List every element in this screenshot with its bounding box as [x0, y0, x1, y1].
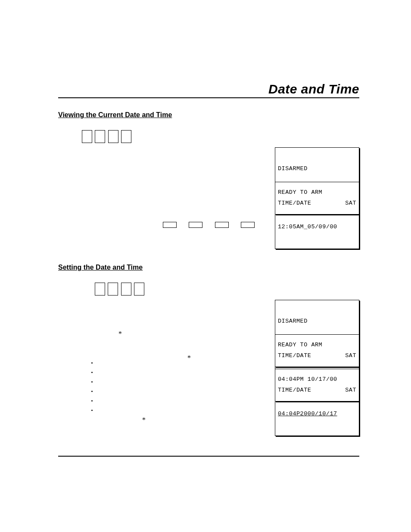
- bullet-item: [97, 358, 98, 367]
- bullet-item: [97, 395, 98, 405]
- row-code-entry-1: DISARMED READY TO ARM: [58, 130, 359, 160]
- row-code-entry-2: DISARMED READY TO ARM: [58, 283, 359, 313]
- page-title: Date and Time: [268, 82, 359, 96]
- lcd-day: SAT: [345, 386, 356, 394]
- section-heading-setting: Setting the Date and Time: [58, 264, 359, 271]
- code-digit-box: [134, 283, 144, 296]
- asterisk-marker: *: [142, 416, 146, 424]
- lcd-line: 04:04P2000/10/17: [278, 410, 356, 418]
- key-box: [215, 222, 229, 228]
- bullet-list: [88, 358, 98, 414]
- lcd-line: TIME/DATE SAT: [278, 386, 356, 394]
- lcd-label: TIME/DATE: [278, 386, 311, 394]
- row-timeview: TIME/DATE SAT 12:05AM_05/09/00: [58, 160, 359, 208]
- bullet-item: [97, 405, 98, 414]
- code-digit-box: [108, 283, 118, 296]
- code-entry-boxes-1: [82, 130, 359, 143]
- document-page: Date and Time Viewing the Current Date a…: [0, 0, 411, 532]
- bullet-item: [97, 386, 98, 395]
- row-timeset-1: * TIME/DATE SAT 04:04PM 10/17/00: [58, 313, 359, 352]
- asterisk-marker: *: [187, 354, 191, 362]
- asterisk-marker: *: [118, 330, 122, 338]
- code-digit-box: [121, 283, 131, 296]
- code-digit-box: [121, 130, 131, 143]
- footer-rule: [58, 456, 359, 457]
- key-box: [163, 222, 177, 228]
- lcd-day: SAT: [345, 199, 356, 207]
- lcd-timedate-set2: TIME/DATE SAT 04:04P2000/10/17: [275, 369, 359, 436]
- code-digit-box: [108, 130, 118, 143]
- code-digit-box: [82, 130, 92, 143]
- key-box: [241, 222, 255, 228]
- lcd-line: TIME/DATE SAT: [278, 199, 356, 207]
- section-heading-viewing: Viewing the Current Date and Time: [58, 111, 359, 119]
- code-entry-boxes-2: [95, 283, 359, 296]
- code-digit-box: [95, 130, 105, 143]
- code-digit-box: [95, 283, 105, 296]
- bullet-item: [97, 367, 98, 376]
- title-rule: Date and Time: [58, 82, 359, 98]
- key-box: [189, 222, 202, 228]
- row-timeset-2: * * TIME/DATE SAT 04:04P2000/10/17: [58, 352, 359, 425]
- lcd-label: TIME/DATE: [278, 199, 311, 207]
- row-key-boxes: [58, 208, 359, 246]
- bullet-item: [97, 376, 98, 386]
